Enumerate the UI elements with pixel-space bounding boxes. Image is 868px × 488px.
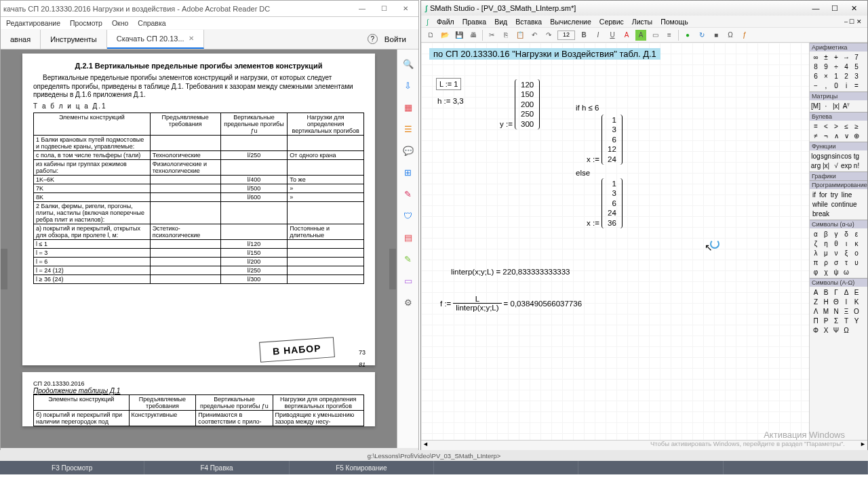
menu-sheets[interactable]: Листы xyxy=(632,18,652,26)
smath-palettes: Арифметика ∞±+→789÷456×123−,0i= Матрицы … xyxy=(809,43,867,440)
palette-matrix[interactable]: Матрицы xyxy=(810,92,867,100)
var-L[interactable]: L := 1 xyxy=(436,78,461,90)
linterp-result[interactable]: linterp(x;y;L) = 220,833333333333 xyxy=(451,268,570,276)
open-icon[interactable]: 📂 xyxy=(439,30,450,41)
palette-func[interactable]: Функции xyxy=(810,142,867,150)
save-icon[interactable]: 💾 xyxy=(454,30,465,41)
underline-icon[interactable]: U xyxy=(607,30,618,41)
protect-icon[interactable]: 🛡 xyxy=(402,209,414,222)
more-icon[interactable]: ⚙ xyxy=(402,296,414,308)
acrobat-titlebar[interactable]: качать СП 20.13330.2016 Нагрузки и возде… xyxy=(1,1,418,17)
palette-prog[interactable]: Программирование xyxy=(810,180,867,189)
page-paragraph: Вертикальные предельные прогибы элементо… xyxy=(33,74,364,100)
cut-icon[interactable]: ✂ xyxy=(486,30,497,41)
pdf-page: СП 20.13330.2016 Продолжение таблицы Д.1… xyxy=(22,372,375,426)
color-icon[interactable]: A xyxy=(621,30,632,41)
menu-edit[interactable]: Редактирование xyxy=(6,19,60,27)
menu-insert[interactable]: Вставка xyxy=(515,18,542,26)
app-icon: ∫ xyxy=(425,4,427,12)
create-icon[interactable]: ▦ xyxy=(402,101,414,113)
acrobat-sidebar: 🔍 ⇩ ▦ ☰ 💬 ⊞ ✎ 🛡 ▤ ✎ ▭ ⚙ xyxy=(397,49,418,448)
menu-help[interactable]: Справка xyxy=(138,19,165,27)
bold-icon[interactable]: B xyxy=(578,30,589,41)
palette-sym-greek-upper[interactable]: Символы (A-Ω) xyxy=(810,278,867,287)
align-icon[interactable]: ≡ xyxy=(664,30,675,41)
var-h[interactable]: h := 3,3 xyxy=(437,97,464,105)
minimize-button[interactable]: — xyxy=(806,4,825,13)
document-viewport[interactable]: Д.2.1 Вертикальные предельные прогибы эл… xyxy=(1,49,397,448)
maximize-button[interactable]: ☐ xyxy=(374,2,394,16)
close-button[interactable]: ✕ xyxy=(395,2,416,16)
sign-icon[interactable]: ✎ xyxy=(402,188,414,200)
calc-icon[interactable]: ● xyxy=(682,30,693,41)
undo-icon[interactable]: ↶ xyxy=(529,30,540,41)
acrobat-window: качать СП 20.13330.2016 Нагрузки и возде… xyxy=(0,0,419,461)
fn-f3[interactable]: F3 Просмотр xyxy=(0,461,144,474)
var-f[interactable]: f := L linterp(x;y;L) = 0,03849056603773… xyxy=(440,295,582,312)
organize-icon[interactable]: ⊞ xyxy=(402,166,414,178)
font-size-input[interactable]: 12 xyxy=(557,30,575,40)
cursor-icon: ↖ xyxy=(705,242,713,253)
new-icon[interactable]: 🗋 xyxy=(425,30,436,41)
menu-window[interactable]: Окно xyxy=(112,19,128,27)
fn-f5[interactable]: F5 Копирование xyxy=(290,461,434,474)
tab-home[interactable]: авная xyxy=(1,30,41,49)
acrobat-title: качать СП 20.13330.2016 Нагрузки и возде… xyxy=(3,5,352,13)
fn-f4[interactable]: F4 Правка xyxy=(144,461,289,474)
unit-icon[interactable]: Ω xyxy=(725,30,736,41)
menu-view[interactable]: Просмотр xyxy=(70,19,102,27)
stamp-icon[interactable]: ▭ xyxy=(402,274,414,287)
page-number: 73 xyxy=(359,349,366,356)
help-icon[interactable]: ? xyxy=(368,34,378,44)
tab-document[interactable]: Скачать СП 20.13... ✕ xyxy=(107,30,204,49)
palette-sym-greek[interactable]: Символы (α-ω) xyxy=(810,220,867,228)
palette-bool[interactable]: Булева xyxy=(810,112,867,121)
palette-arith[interactable]: Арифметика xyxy=(810,43,867,52)
var-x1[interactable]: x := 1361224 xyxy=(587,115,623,165)
menu-edit[interactable]: Правка xyxy=(462,18,486,26)
acrobat-splitter[interactable] xyxy=(389,249,396,289)
maximize-button[interactable]: ☐ xyxy=(825,4,844,13)
menu-file[interactable]: Файл xyxy=(437,18,454,26)
edit-icon[interactable]: ☰ xyxy=(402,123,414,135)
close-button[interactable]: ✕ xyxy=(844,4,863,13)
mdi-close-icon[interactable]: – ☐ ✕ xyxy=(844,18,862,25)
export-icon[interactable]: ⇩ xyxy=(402,79,414,92)
frame-icon[interactable]: ▭ xyxy=(650,30,660,41)
palette-plot[interactable]: Графики xyxy=(810,171,867,180)
stamp: В НАБОР xyxy=(260,337,335,363)
recalc-icon[interactable]: ↻ xyxy=(696,30,707,41)
smath-toolbar: 🗋 📂 💾 🖶 ✂ ⎘ 📋 ↶ ↷ 12 B I U A A ▭ ≡ ● ↻ ■… xyxy=(421,28,867,43)
compress-icon[interactable]: ▤ xyxy=(402,231,414,243)
highlight-icon[interactable]: ✎ xyxy=(402,253,414,265)
comment-icon[interactable]: 💬 xyxy=(402,144,414,157)
close-icon[interactable]: ✕ xyxy=(189,35,194,42)
menu-service[interactable]: Сервис xyxy=(599,18,624,26)
italic-icon[interactable]: I xyxy=(593,30,604,41)
func-icon[interactable]: ƒ xyxy=(739,30,750,41)
print-icon[interactable]: 🖶 xyxy=(468,30,479,41)
tab-tools[interactable]: Инструменты xyxy=(41,30,107,49)
smath-worksheet[interactable]: по СП 20.13330.16 "Нагрузки и Воздействи… xyxy=(421,43,809,440)
if-branch[interactable]: if h ≤ 6 xyxy=(576,104,599,112)
menu-calc[interactable]: Вычисление xyxy=(550,18,591,26)
login-link[interactable]: Войти xyxy=(384,35,406,43)
var-x2[interactable]: x := 1362436 xyxy=(587,178,623,228)
commander-fnkeys: F3 Просмотр F4 Правка F5 Копирование xyxy=(0,461,868,474)
minimize-button[interactable]: — xyxy=(352,2,372,16)
commander-path: g:\Lessons\ProfiVideo\PV_03_SMath_LInter… xyxy=(0,450,868,461)
redo-icon[interactable]: ↷ xyxy=(543,30,554,41)
windows-activation-watermark: Активация Windows Чтобы активировать Win… xyxy=(650,430,845,447)
menu-help[interactable]: Помощь xyxy=(660,18,688,26)
var-y[interactable]: y := 120150200250300 xyxy=(500,79,540,129)
else-branch[interactable]: else xyxy=(576,169,590,177)
page-number: 81 xyxy=(359,361,366,368)
bgcolor-icon[interactable]: A xyxy=(635,30,646,41)
smath-titlebar[interactable]: ∫ SMath Studio - [PV_03_SMath_LInterp.sm… xyxy=(421,1,867,16)
acrobat-nav-handle[interactable] xyxy=(1,249,7,289)
copy-icon[interactable]: ⎘ xyxy=(500,30,511,41)
stop-icon[interactable]: ■ xyxy=(711,30,722,41)
search-icon[interactable]: 🔍 xyxy=(402,58,414,70)
paste-icon[interactable]: 📋 xyxy=(515,30,526,41)
menu-view[interactable]: Вид xyxy=(494,18,507,26)
